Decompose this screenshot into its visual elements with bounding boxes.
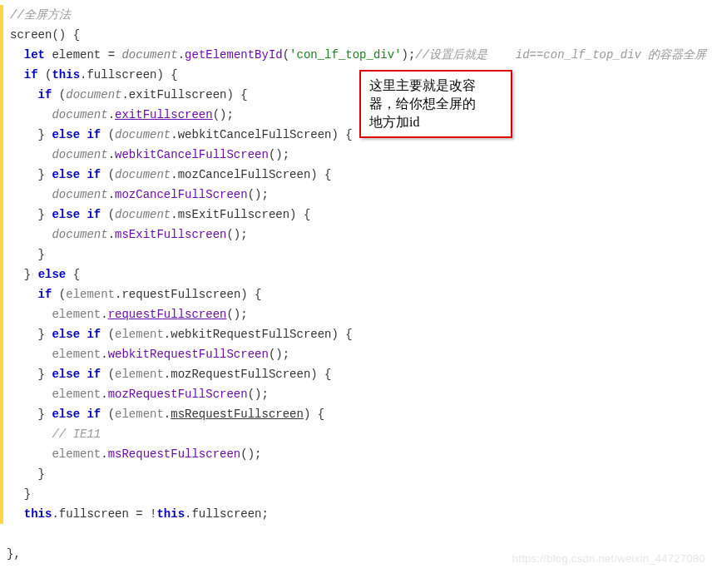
code-token: } [38, 368, 52, 381]
code-keyword: else if [52, 208, 101, 221]
code-token: ; [261, 507, 268, 521]
code-token: webkitCancelFullScreen [178, 128, 332, 141]
code-keyword: else if [52, 408, 101, 421]
code-token: } [24, 487, 31, 501]
code-token: . [121, 88, 128, 101]
code-token: element [115, 408, 164, 421]
code-comment: //设置后就是 id==con_lf_top_div 的容器全屏 [415, 48, 706, 62]
code-token: document [52, 108, 107, 121]
code-token: element [52, 447, 101, 461]
annotation-callout: 这里主要就是改容 器，给你想全屏的 地方加id [359, 70, 512, 138]
code-token: (); [240, 447, 261, 461]
code-token: } [38, 128, 52, 141]
code-token: document [52, 228, 107, 241]
code-token: ) { [289, 208, 310, 221]
code-method: webkitCancelFullScreen [115, 148, 269, 161]
code-token: ( [101, 368, 115, 381]
code-token: ) { [332, 328, 353, 341]
code-method: mozRequestFullScreen [108, 388, 248, 401]
code-token: } [38, 408, 52, 421]
code-token: ) { [310, 368, 331, 381]
code-method: exitFullscreen [115, 108, 213, 121]
code-keyword: this [24, 507, 52, 521]
code-token: ) { [240, 288, 261, 301]
code-token: element [115, 328, 164, 341]
code-token: ) { [226, 88, 247, 101]
code-token: (); [226, 228, 247, 241]
code-token: ) { [310, 168, 331, 181]
code-token: element [66, 288, 115, 301]
code-token: . [178, 48, 185, 62]
code-token: . [101, 388, 107, 401]
code-token: ( [283, 48, 289, 62]
code-token: document [115, 128, 171, 141]
code-editor: //全屏方法 screen() { let element = document… [0, 0, 712, 572]
code-keyword: let [24, 48, 45, 62]
code-method: getElementById [185, 48, 283, 62]
code-method: mozCancelFullScreen [115, 188, 248, 201]
code-token: . [108, 188, 115, 201]
code-comment: // IE11 [52, 427, 101, 441]
code-token: { [66, 268, 80, 281]
code-token: webkitRequestFullScreen [171, 328, 331, 341]
code-token: document [52, 188, 107, 201]
code-token: (); [226, 308, 247, 321]
code-method: webkitRequestFullScreen [108, 348, 269, 361]
code-token: } [38, 467, 45, 481]
code-string: 'con_lf_top_div' [289, 48, 401, 62]
code-token: } [38, 328, 52, 341]
code-token: (); [213, 108, 234, 121]
code-token: document [52, 148, 107, 161]
code-token: ) { [156, 68, 177, 82]
code-token: . [52, 507, 58, 521]
code-token: (); [269, 148, 289, 161]
code-comment: //全屏方法 [10, 8, 71, 22]
code-token: . [171, 128, 177, 141]
code-token: document [115, 208, 171, 221]
code-token: = ! [129, 507, 157, 521]
code-method: msRequestFullscreen [108, 447, 241, 461]
code-token: requestFullscreen [121, 288, 240, 301]
code-token: } [38, 168, 52, 181]
code-token: element [115, 368, 164, 381]
code-token: ( [101, 128, 115, 141]
code-token: () { [52, 28, 80, 42]
code-token: . [164, 408, 171, 421]
code-token: } [38, 208, 52, 221]
code-token: . [101, 348, 107, 361]
code-method: msExitFullscreen [115, 228, 226, 241]
code-token: . [164, 328, 171, 341]
code-token: . [108, 148, 115, 161]
code-token: msExitFullscreen [178, 208, 289, 221]
code-token: document [121, 48, 177, 62]
code-token: ( [38, 68, 52, 82]
code-method: requestFullscreen [108, 308, 227, 321]
code-token: . [108, 228, 115, 241]
code-token: mozRequestFullScreen [171, 368, 310, 381]
code-token: ( [52, 88, 66, 101]
code-token: . [164, 368, 171, 381]
code-token: element = [45, 48, 121, 62]
code-keyword: else [38, 268, 67, 281]
code-token: (); [269, 348, 289, 361]
code-keyword: else if [52, 128, 101, 141]
code-keyword: this [52, 68, 80, 82]
code-token: ( [101, 328, 115, 341]
code-keyword: this [156, 507, 185, 521]
code-token: ( [101, 168, 115, 181]
code-token: element [52, 308, 101, 321]
code-token: } [38, 248, 45, 261]
code-token: (); [248, 388, 269, 401]
code-keyword: if [38, 88, 52, 101]
code-token: element [52, 388, 101, 401]
code-token: } [24, 268, 38, 281]
code-token: exitFullscreen [129, 88, 227, 101]
code-token: . [101, 308, 107, 321]
code-keyword: else if [52, 328, 101, 341]
watermark: https://blog.csdn.net/weixin_44727080 [512, 549, 705, 569]
annotation-line: 地方加id [369, 113, 502, 131]
code-token: document [115, 168, 171, 181]
code-token: ( [101, 408, 115, 421]
code-token: ) { [332, 128, 353, 141]
code-token: fullscreen [87, 68, 156, 82]
